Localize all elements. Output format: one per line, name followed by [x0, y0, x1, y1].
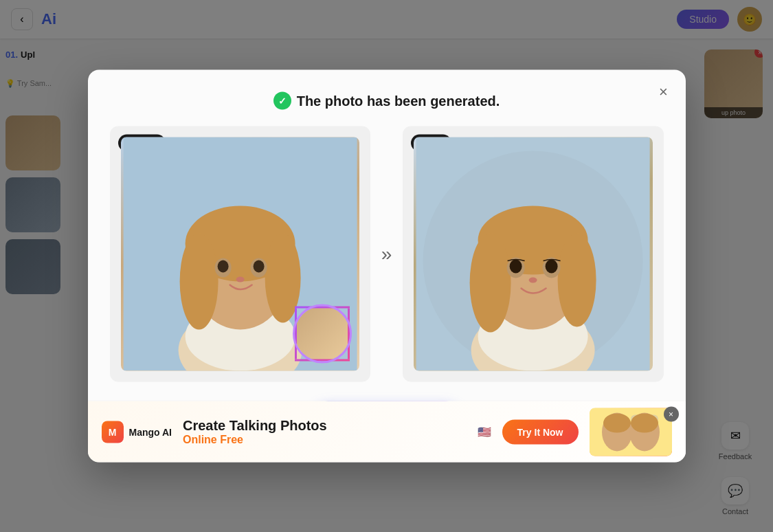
- success-banner: ✓ The photo has been generated.: [110, 92, 664, 110]
- ad-logo: M Mango AI: [102, 421, 172, 443]
- ad-banner: M Mango AI Create Talking Photos Online …: [88, 401, 686, 463]
- after-image: [414, 137, 652, 371]
- svg-point-25: [546, 260, 558, 274]
- svg-point-29: [603, 413, 631, 432]
- before-panel: Before: [110, 126, 370, 382]
- svg-point-12: [236, 277, 244, 282]
- svg-point-21: [558, 234, 596, 327]
- success-message: The photo has been generated.: [297, 93, 500, 109]
- after-panel: After: [403, 126, 663, 382]
- svg-point-6: [179, 234, 218, 330]
- svg-point-24: [510, 260, 522, 274]
- face-overlay: [295, 307, 350, 362]
- ad-cta-button[interactable]: Try It Now: [502, 419, 579, 444]
- ad-logo-icon: M: [102, 421, 124, 443]
- result-modal: ✓ The photo has been generated. × Before: [88, 70, 686, 463]
- comparison-arrow: »: [381, 243, 392, 265]
- ad-subtitle: Online Free: [183, 434, 467, 446]
- svg-point-10: [217, 261, 228, 273]
- modal-close-button[interactable]: ×: [653, 81, 675, 103]
- flag-icon: 🇺🇸: [478, 425, 491, 439]
- success-icon: ✓: [273, 92, 291, 110]
- ad-close-button[interactable]: ×: [664, 407, 679, 422]
- modal-overlay: ✓ The photo has been generated. × Before: [0, 0, 773, 532]
- svg-point-26: [529, 278, 537, 283]
- svg-point-20: [470, 234, 511, 333]
- comparison-container: Before: [110, 126, 664, 382]
- ad-main-text: Create Talking Photos Online Free: [183, 418, 467, 446]
- ad-image: [590, 408, 672, 456]
- ad-logo-text: Mango AI: [129, 426, 172, 437]
- svg-point-32: [631, 413, 658, 432]
- svg-point-11: [253, 261, 264, 273]
- ad-title: Create Talking Photos: [183, 418, 467, 434]
- svg-point-7: [265, 234, 300, 323]
